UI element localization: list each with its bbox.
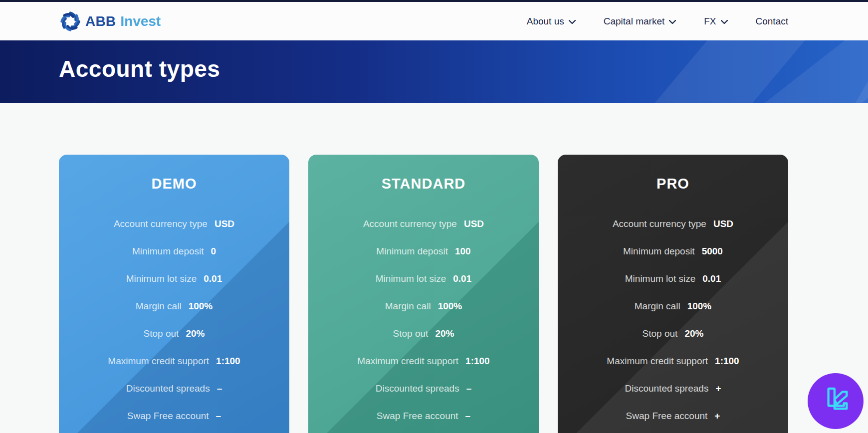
row-label: Minimum lot size: [625, 273, 695, 284]
row-value: 0.01: [702, 273, 721, 284]
row-label: Margin call: [385, 301, 431, 312]
row-value: 20%: [435, 328, 454, 339]
watermark-badge[interactable]: [808, 373, 864, 429]
row-value: 1:100: [715, 356, 739, 367]
card-pro: PRO Account currency typeUSD Minimum dep…: [558, 155, 788, 433]
nav-item-contact[interactable]: Contact: [756, 16, 788, 27]
row-value: 0: [211, 246, 217, 257]
row-value: USD: [713, 218, 733, 229]
row-value: 0.01: [453, 273, 471, 284]
row-label: Stop out: [393, 328, 429, 339]
row-label: Minimum deposit: [623, 246, 695, 257]
row-label: Minimum lot size: [376, 273, 446, 284]
card-row: Minimum deposit5000: [558, 237, 788, 265]
row-label: Swap Free account: [127, 411, 209, 422]
row-value: +: [714, 411, 720, 422]
row-label: Discounted spreads: [126, 383, 210, 394]
card-row: Maximum credit support1:100: [59, 347, 289, 375]
card-row: Minimum lot size0.01: [558, 265, 788, 292]
card-row: Minimum lot size0.01: [59, 265, 289, 292]
nav-item-about-us[interactable]: About us: [527, 16, 576, 27]
row-value: 20%: [186, 328, 205, 339]
row-label: Maximum credit support: [607, 356, 708, 367]
row-label: Margin call: [136, 301, 182, 312]
brand-name-bold: ABB: [85, 13, 116, 29]
card-title: DEMO: [59, 176, 289, 192]
row-value: 100: [455, 246, 471, 257]
card-row: Stop out20%: [558, 320, 788, 347]
nav-label: Capital market: [604, 16, 665, 27]
card-row: Minimum deposit100: [308, 237, 539, 265]
card-row: Account currency typeUSD: [308, 210, 539, 237]
row-value: –: [217, 383, 222, 394]
card-row: Margin call100%: [308, 292, 539, 320]
card-row: Swap Free account–: [59, 402, 289, 430]
row-value: 100%: [687, 301, 712, 312]
card-title: STANDARD: [308, 176, 539, 192]
row-label: Minimum deposit: [376, 246, 448, 257]
row-label: Maximum credit support: [108, 356, 209, 367]
row-value: +: [715, 383, 721, 394]
chevron-down-icon: [569, 16, 576, 27]
nav-item-fx[interactable]: FX: [704, 16, 727, 27]
card-row: Stop out20%: [308, 320, 539, 347]
card-row: Discounted spreads+: [558, 375, 788, 402]
row-value: 100%: [438, 301, 462, 312]
row-value: 100%: [189, 301, 213, 312]
card-row: Discounted spreads–: [308, 375, 539, 402]
row-value: –: [466, 383, 472, 394]
card-row: Stop out20%: [59, 320, 289, 347]
card-demo: DEMO Account currency typeUSD Minimum de…: [59, 155, 289, 433]
row-label: Maximum credit support: [357, 356, 458, 367]
card-row: Margin call100%: [558, 292, 788, 320]
row-label: Minimum deposit: [132, 246, 204, 257]
row-label: Swap Free account: [626, 411, 708, 422]
row-value: 5000: [702, 246, 723, 257]
card-row: Minimum lot size0.01: [308, 265, 539, 292]
row-value: –: [216, 411, 221, 422]
card-row: Minimum deposit0: [59, 237, 289, 265]
row-value: 20%: [684, 328, 703, 339]
row-value: 0.01: [204, 273, 222, 284]
row-value: –: [465, 411, 471, 422]
brand-logo[interactable]: ABB Invest: [59, 10, 161, 33]
card-standard: STANDARD Account currency typeUSD Minimu…: [308, 155, 539, 433]
row-label: Account currency type: [114, 218, 208, 229]
row-label: Account currency type: [363, 218, 457, 229]
brand-name-light: Invest: [120, 13, 161, 29]
main-nav: About us Capital market FX Contact: [527, 16, 788, 27]
row-label: Margin call: [635, 301, 680, 312]
chevron-down-icon: [669, 16, 676, 27]
card-rows: Account currency typeUSD Minimum deposit…: [558, 210, 788, 430]
card-row: Account currency typeUSD: [59, 210, 289, 237]
row-label: Swap Free account: [377, 411, 458, 422]
row-label: Stop out: [144, 328, 179, 339]
row-value: USD: [464, 218, 484, 229]
lc-logo-icon: [818, 382, 854, 420]
card-row: Swap Free account–: [308, 402, 539, 430]
nav-item-capital-market[interactable]: Capital market: [604, 16, 676, 27]
row-label: Discounted spreads: [376, 383, 459, 394]
row-label: Account currency type: [613, 218, 706, 229]
card-row: Maximum credit support1:100: [558, 347, 788, 375]
row-value: USD: [215, 218, 234, 229]
page-title: Account types: [0, 40, 868, 82]
nav-label: Contact: [756, 16, 788, 27]
nav-label: FX: [704, 16, 716, 27]
card-row: Discounted spreads–: [59, 375, 289, 402]
card-row: Swap Free account+: [558, 402, 788, 430]
card-row: Margin call100%: [59, 292, 289, 320]
card-title: PRO: [558, 176, 788, 192]
chevron-down-icon: [721, 16, 728, 27]
row-value: 1:100: [216, 356, 240, 367]
page: ABB Invest About us Capital market FX: [0, 0, 868, 433]
card-row: Account currency typeUSD: [558, 210, 788, 237]
card-row: Maximum credit support1:100: [308, 347, 539, 375]
row-label: Discounted spreads: [625, 383, 708, 394]
nav-label: About us: [527, 16, 564, 27]
row-label: Stop out: [643, 328, 678, 339]
row-value: 1:100: [465, 356, 490, 367]
account-type-cards: DEMO Account currency typeUSD Minimum de…: [59, 155, 868, 433]
row-label: Minimum lot size: [126, 273, 197, 284]
card-rows: Account currency typeUSD Minimum deposit…: [308, 210, 539, 430]
